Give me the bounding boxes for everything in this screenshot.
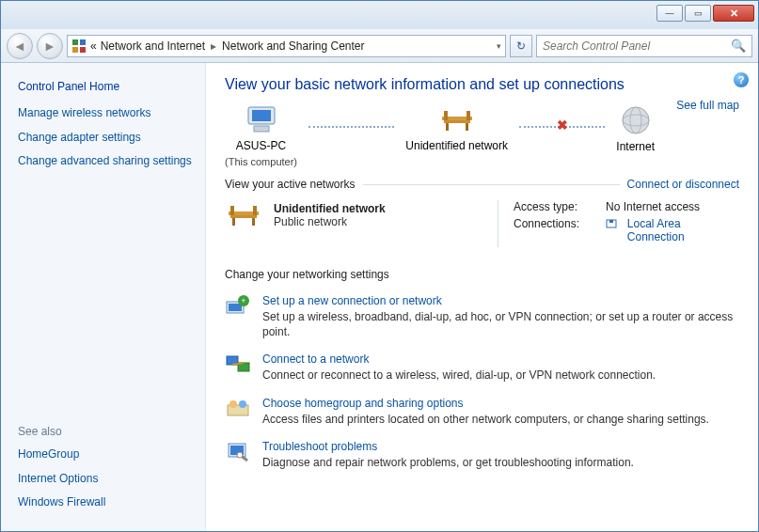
svg-rect-0 — [72, 39, 78, 45]
map-this-computer[interactable]: ASUS-PC (This computer) — [225, 105, 297, 167]
task-troubleshoot: Troubleshoot problems Diagnose and repai… — [225, 440, 739, 470]
access-type-value: No Internet access — [606, 200, 700, 213]
task-troubleshoot-desc: Diagnose and repair network problems, or… — [262, 455, 634, 470]
forward-button[interactable]: ► — [37, 33, 63, 59]
bench-icon — [225, 200, 262, 230]
sidebar-link-advanced-sharing[interactable]: Change advanced sharing settings — [18, 154, 194, 169]
troubleshoot-icon — [225, 440, 251, 462]
page-title: View your basic network information and … — [225, 76, 739, 93]
svg-rect-11 — [446, 123, 449, 131]
control-panel-icon — [71, 39, 87, 54]
svg-rect-5 — [252, 110, 271, 121]
map-this-pc-sub: (This computer) — [225, 156, 297, 167]
chevron-right-icon: ▸ — [209, 39, 218, 53]
sidebar-link-wireless[interactable]: Manage wireless networks — [18, 106, 194, 121]
computer-icon — [243, 105, 280, 135]
sidebar-home-link[interactable]: Control Panel Home — [18, 80, 194, 93]
address-dropdown-icon[interactable]: ▾ — [497, 41, 501, 51]
task-homegroup-link[interactable]: Choose homegroup and sharing options — [262, 397, 709, 410]
search-input[interactable] — [543, 39, 731, 53]
svg-rect-3 — [80, 47, 86, 53]
svg-rect-10 — [444, 120, 470, 123]
task-connect-network-desc: Connect or reconnect to a wireless, wire… — [262, 368, 656, 383]
active-network-block: Unidentified network Public network Acce… — [225, 200, 739, 247]
titlebar: — ▭ ✕ — [1, 1, 758, 29]
task-setup-connection-link[interactable]: Set up a new connection or network — [262, 294, 739, 307]
refresh-button[interactable]: ↻ — [510, 35, 532, 57]
sidebar: Control Panel Home Manage wireless netwo… — [1, 63, 206, 531]
active-network-name: Unidentified network — [274, 202, 386, 215]
network-map: ASUS-PC (This computer) Unidentified net… — [225, 104, 739, 168]
active-networks-label: View your active networks — [225, 178, 356, 191]
window: — ▭ ✕ ◄ ► « Network and Internet ▸ Netwo… — [0, 0, 759, 532]
main-pane: ? View your basic network information an… — [206, 63, 758, 531]
body: Control Panel Home Manage wireless netwo… — [1, 63, 758, 531]
connections-label: Connections: — [514, 217, 595, 243]
task-connect-network-link[interactable]: Connect to a network — [262, 352, 656, 366]
change-settings-header: Change your networking settings — [225, 268, 739, 281]
new-connection-icon: + — [225, 294, 251, 317]
connect-network-icon — [225, 352, 251, 375]
change-settings-label: Change your networking settings — [225, 268, 389, 281]
breadcrumb-root[interactable]: « — [90, 39, 97, 53]
help-icon[interactable]: ? — [734, 72, 749, 87]
task-connect-network: Connect to a network Connect or reconnec… — [225, 352, 739, 383]
map-internet[interactable]: Internet — [616, 104, 655, 168]
see-also-internet-options[interactable]: Internet Options — [18, 472, 194, 487]
map-line-1 — [308, 126, 394, 128]
homegroup-icon — [225, 397, 251, 419]
svg-point-36 — [237, 452, 243, 458]
back-button[interactable]: ◄ — [7, 33, 33, 59]
svg-rect-20 — [232, 218, 235, 226]
svg-rect-18 — [253, 206, 257, 215]
task-setup-connection: + Set up a new connection or network Set… — [225, 294, 739, 339]
bench-icon — [438, 105, 476, 135]
address-bar[interactable]: « Network and Internet ▸ Network and Sha… — [67, 35, 506, 57]
svg-rect-8 — [444, 111, 448, 120]
breadcrumb-parent[interactable]: Network and Internet — [101, 39, 205, 53]
active-networks-header: View your active networks Connect or dis… — [225, 178, 739, 191]
see-also-section: See also HomeGroup Internet Options Wind… — [18, 425, 194, 520]
svg-rect-12 — [466, 123, 468, 131]
connection-link[interactable]: Local Area Connection — [627, 217, 739, 243]
ethernet-icon — [605, 217, 618, 243]
task-troubleshoot-link[interactable]: Troubleshoot problems — [262, 440, 634, 453]
minimize-button[interactable]: — — [656, 5, 683, 22]
search-icon[interactable]: 🔍 — [731, 39, 746, 53]
svg-point-13 — [623, 107, 649, 133]
connect-disconnect-link[interactable]: Connect or disconnect — [627, 178, 739, 191]
map-middle-label: Unidentified network — [405, 139, 508, 152]
nav-bar: ◄ ► « Network and Internet ▸ Network and… — [1, 29, 758, 63]
sidebar-link-adapter[interactable]: Change adapter settings — [18, 131, 194, 146]
svg-rect-1 — [80, 39, 86, 45]
access-type-label: Access type: — [514, 200, 596, 213]
search-box[interactable]: 🔍 — [536, 35, 752, 57]
map-unidentified-network[interactable]: Unidentified network — [405, 105, 508, 167]
see-also-windows-firewall[interactable]: Windows Firewall — [18, 495, 194, 510]
svg-rect-19 — [230, 215, 257, 218]
svg-rect-2 — [72, 47, 78, 53]
svg-rect-17 — [230, 206, 234, 215]
map-line-2-broken — [519, 126, 605, 128]
svg-point-32 — [229, 400, 237, 408]
task-homegroup-desc: Access files and printers located on oth… — [262, 412, 709, 427]
svg-rect-21 — [252, 218, 255, 226]
svg-text:+: + — [241, 296, 245, 305]
see-also-label: See also — [18, 425, 194, 438]
close-button[interactable]: ✕ — [713, 5, 754, 22]
svg-point-33 — [239, 400, 246, 408]
map-internet-label: Internet — [616, 140, 655, 153]
breadcrumb-current[interactable]: Network and Sharing Center — [222, 39, 364, 53]
svg-rect-6 — [254, 126, 269, 132]
globe-icon — [620, 104, 652, 136]
svg-rect-23 — [609, 220, 613, 223]
task-homegroup: Choose homegroup and sharing options Acc… — [225, 397, 739, 427]
active-network-identity: Unidentified network Public network — [225, 200, 479, 230]
maximize-button[interactable]: ▭ — [685, 5, 711, 22]
svg-rect-9 — [466, 111, 470, 120]
task-setup-connection-desc: Set up a wireless, broadband, dial-up, a… — [262, 309, 739, 339]
active-network-type-link[interactable]: Public network — [274, 215, 386, 228]
see-also-homegroup[interactable]: HomeGroup — [18, 447, 194, 462]
map-this-pc-label: ASUS-PC — [236, 139, 286, 152]
active-network-details: Access type: No Internet access Connecti… — [498, 200, 739, 247]
